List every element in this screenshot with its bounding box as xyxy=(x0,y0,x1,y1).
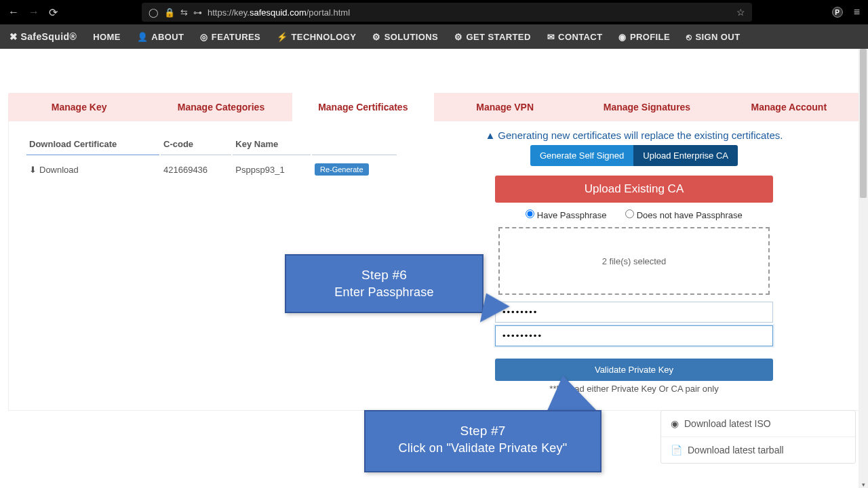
tab-manage-signatures[interactable]: Manage Signatures xyxy=(576,93,717,121)
vertical-scrollbar[interactable]: ▴ ▾ xyxy=(859,49,868,488)
download-sidebar: ◉Download latest ISO 📄Download latest ta… xyxy=(660,410,856,464)
scroll-thumb[interactable] xyxy=(860,49,867,198)
radio-no-passphrase[interactable]: Does not have Passphrase xyxy=(625,210,743,220)
warning-text: ▲Generating new certificates will replac… xyxy=(425,129,843,141)
upload-enterprise-ca-button[interactable]: Upload Enterprise CA xyxy=(633,145,738,166)
mail-icon: ✉ xyxy=(547,32,555,42)
nav-getstarted[interactable]: ⚙GET STARTED xyxy=(454,32,531,42)
confirm-passphrase-input[interactable] xyxy=(495,325,773,346)
radio-have-passphrase[interactable]: Have Passphrase xyxy=(526,210,606,220)
download-tarball-link[interactable]: 📄Download latest tarball xyxy=(661,437,855,463)
bookmark-icon[interactable]: ☆ xyxy=(736,7,745,18)
signout-icon: ⎋ xyxy=(686,32,692,42)
tab-manage-categories[interactable]: Manage Categories xyxy=(150,93,292,121)
tab-manage-key[interactable]: Manage Key xyxy=(8,93,150,121)
shield-icon: ◯ xyxy=(149,7,159,18)
back-button[interactable]: ← xyxy=(8,6,19,18)
bolt-icon: ⚡ xyxy=(277,32,288,42)
tabstrip: Manage Key Manage Categories Manage Cert… xyxy=(8,93,860,121)
nav-technology[interactable]: ⚡TECHNOLOGY xyxy=(277,32,356,42)
nav-about[interactable]: 👤ABOUT xyxy=(137,32,184,42)
reload-button[interactable]: ⟳ xyxy=(49,6,58,19)
validate-private-key-button[interactable]: Validate Private Key xyxy=(495,359,773,381)
callout-step7-pointer xyxy=(547,375,598,412)
download-icon: ⬇ xyxy=(29,165,37,175)
disc-icon: ◉ xyxy=(671,418,679,429)
callout-step7: Step #7 Click on "Validate Private Key" xyxy=(364,410,601,472)
certificate-table: Download Certificate C-code Key Name ⬇Do… xyxy=(25,132,398,184)
col-keyname: Key Name xyxy=(233,134,311,155)
nav-solutions[interactable]: ⚙SOLUTIONS xyxy=(372,32,438,42)
scroll-down-icon[interactable]: ▾ xyxy=(859,481,868,488)
cogs-icon: ⚙ xyxy=(454,32,462,42)
files-selected-text: 2 file(s) selected xyxy=(602,256,667,266)
passphrase-radio-group: Have Passphrase Does not have Passphrase xyxy=(425,209,843,220)
brand-icon: ✖ xyxy=(9,31,18,42)
brand-text: SafeSquid® xyxy=(20,31,77,42)
generate-self-signed-button[interactable]: Generate Self Signed xyxy=(530,145,633,166)
url-text: https://key.safesquid.com/portal.html xyxy=(208,7,350,18)
lock-icon: 🔒 xyxy=(164,7,175,18)
user-circle-icon: ◉ xyxy=(618,32,626,42)
warning-icon: ▲ xyxy=(485,129,495,141)
upload-existing-ca-button[interactable]: Upload Existing CA xyxy=(495,176,773,203)
passphrase-input[interactable] xyxy=(495,302,773,323)
forward-button[interactable]: → xyxy=(28,6,39,18)
keyname-value: Psppsp93_1 xyxy=(233,157,311,182)
tab-manage-account[interactable]: Manage Account xyxy=(718,93,860,121)
nav-contact[interactable]: ✉CONTACT xyxy=(547,32,603,42)
target-icon: ◎ xyxy=(200,32,208,42)
browser-toolbar: ← → ⟳ ◯ 🔒 ⇆ ⊶ https://key.safesquid.com/… xyxy=(0,0,868,24)
table-row: ⬇Download 421669436 Psppsp93_1 Re-Genera… xyxy=(26,157,397,182)
file-icon: 📄 xyxy=(671,445,682,455)
nav-home[interactable]: HOME xyxy=(93,32,121,42)
file-dropzone[interactable]: 2 file(s) selected xyxy=(498,227,770,295)
col-ccode: C-code xyxy=(161,134,231,155)
nav-profile[interactable]: ◉PROFILE xyxy=(618,32,670,42)
key-icon: ⊶ xyxy=(193,7,202,18)
brand-logo[interactable]: ✖ SafeSquid® xyxy=(9,31,77,42)
cogs-icon: ⚙ xyxy=(372,32,380,42)
nav-signout[interactable]: ⎋SIGN OUT xyxy=(686,32,740,42)
main-nav: ✖ SafeSquid® HOME 👤ABOUT ◎FEATURES ⚡TECH… xyxy=(0,24,868,49)
person-icon: 👤 xyxy=(137,32,148,42)
profile-avatar[interactable]: P xyxy=(832,7,843,18)
nav-features[interactable]: ◎FEATURES xyxy=(200,32,260,42)
download-iso-link[interactable]: ◉Download latest ISO xyxy=(661,411,855,437)
download-link[interactable]: ⬇Download xyxy=(29,165,79,175)
tab-manage-certificates[interactable]: Manage Certificates xyxy=(292,93,434,121)
ccode-value: 421669436 xyxy=(161,157,231,182)
permissions-icon: ⇆ xyxy=(180,7,188,18)
tab-manage-vpn[interactable]: Manage VPN xyxy=(434,93,576,121)
upload-note: **Upload either Private Key Or CA pair o… xyxy=(425,384,843,394)
url-bar[interactable]: ◯ 🔒 ⇆ ⊶ https://key.safesquid.com/portal… xyxy=(142,3,752,22)
menu-icon[interactable]: ≡ xyxy=(854,6,860,18)
callout-step6: Step #6 Enter Passphrase xyxy=(285,254,484,313)
regenerate-button[interactable]: Re-Generate xyxy=(315,163,369,176)
col-download: Download Certificate xyxy=(26,134,159,155)
